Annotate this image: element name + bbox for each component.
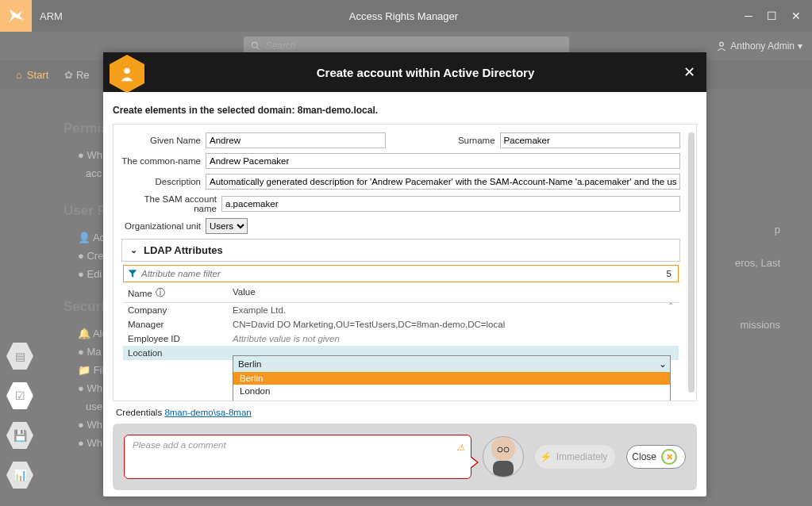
ldap-filter: 5 [123,265,679,282]
immediately-button: ⚡ Immediately [535,445,616,469]
credentials-line: Credentials 8man-demo\sa-8man [116,408,697,417]
warning-icon: ⚠ [456,442,464,453]
credentials-link[interactable]: 8man-demo\sa-8man [164,408,251,417]
modal-subtitle: Create elements in the selected domain: … [113,105,697,116]
label-common-name: The common-name [121,156,201,166]
table-row[interactable]: Manager CN=David DO Marketing,OU=TestUse… [123,317,679,332]
sam-input[interactable] [221,196,680,212]
label-description: Description [121,177,201,186]
table-row[interactable]: Company Example Ltd. [123,303,679,317]
user-icon [118,65,136,82]
filter-icon [127,268,138,279]
label-ou: Organizational unit [121,221,201,231]
svg-point-3 [124,68,129,74]
dropdown-option[interactable]: Berlin [233,372,670,385]
modal-header: Create account within Active Directory ✕ [103,52,706,92]
col-name[interactable]: Name [128,289,152,298]
chevron-down-icon: ⌄ [130,245,137,255]
filter-input[interactable] [141,269,660,278]
row-given-surname: Given Name Surname [121,132,680,148]
close-button[interactable]: Close ✕ [626,445,686,469]
col-value[interactable]: Value [233,287,256,299]
common-name-input[interactable] [206,153,680,169]
filter-count: 5 [660,269,678,278]
label-given-name: Given Name [121,136,201,145]
lightning-icon: ⚡ [540,451,552,462]
label-sam: The SAM account name [121,194,217,213]
modal-footer: Please add a comment ⚠ ⚡ Immediately Clo… [113,424,697,490]
ou-select[interactable]: Users [206,218,248,234]
modal-hex-icon [110,55,144,93]
info-icon: ⓘ [156,287,165,299]
svg-point-4 [495,443,511,459]
label-surname: Surname [448,136,495,145]
scrollbar[interactable] [688,132,695,393]
attribute-table: Name ⓘ Value Company Example Ltd. Manage… [123,284,679,360]
description-input[interactable] [206,174,680,190]
table-row[interactable]: Employee ID Attribute value is not given [123,332,679,346]
table-head: Name ⓘ Value [123,284,679,303]
section-ldap[interactable]: ⌄ LDAP Attributes [121,239,680,262]
modal-body: Create elements in the selected domain: … [103,92,706,496]
dropdown-selected[interactable]: Berlin ⌄ [233,356,670,372]
avatar [483,436,524,477]
svg-rect-5 [493,461,514,477]
given-name-input[interactable] [206,132,386,148]
modal-close-button[interactable]: ✕ [683,63,695,81]
create-account-modal: Create account within Active Directory ✕… [103,52,706,496]
comment-input[interactable]: Please add a comment ⚠ [124,435,471,479]
surname-input[interactable] [500,132,680,148]
table-scrollbar[interactable]: ⌃ [668,301,679,310]
chevron-down-icon: ⌄ [659,358,667,370]
close-circle-icon: ✕ [661,449,677,465]
comment-placeholder: Please add a comment [133,440,226,450]
section-ldap-label: LDAP Attributes [144,244,223,256]
form-area: Given Name Surname The common-name Descr… [113,124,697,401]
dropdown-option[interactable]: London [233,385,670,397]
modal-title: Create account within Active Directory [144,66,706,79]
location-dropdown: Berlin ⌄ Berlin London Rom [233,355,671,401]
